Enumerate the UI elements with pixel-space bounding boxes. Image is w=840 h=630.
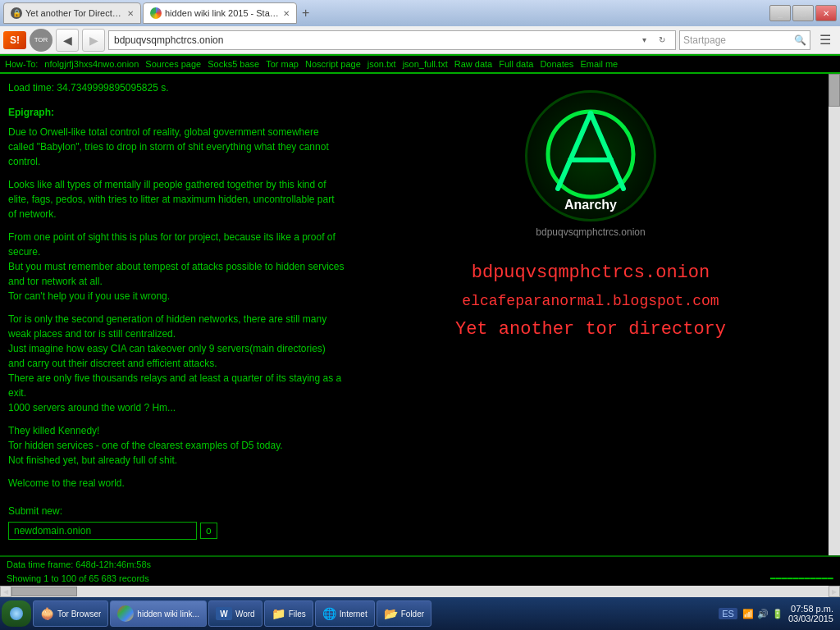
word-label: Word: [235, 609, 255, 619]
address-refresh[interactable]: ↻: [654, 32, 670, 48]
para-6: Welcome to the real world.: [8, 476, 345, 491]
startpage-icon: S!: [3, 31, 26, 49]
nav-sources[interactable]: Sources page: [145, 59, 201, 69]
site-url-small: bdpuqvsqmphctrcs.onion: [536, 226, 645, 238]
link-3[interactable]: Yet another tor directory: [455, 319, 726, 340]
nav-full-data[interactable]: Full data: [499, 59, 533, 69]
taskbar-right: ES 📶 🔊 🔋 07:58 p.m. 03/03/2015: [719, 604, 838, 623]
tab2-favicon: [150, 7, 162, 19]
taskbar-tor-app[interactable]: 🧅 Tor Browser: [33, 600, 108, 627]
maximize-button[interactable]: □: [792, 5, 814, 21]
file-icon: 📁: [272, 607, 285, 620]
left-panel: Load time: 34.7349999895095825 s. Epigra…: [0, 74, 353, 555]
tab2-title: hidden wiki link 2015 - Star...: [165, 8, 280, 18]
globe-icon: 🌐: [322, 607, 336, 620]
nav-socks5[interactable]: Socks5 base: [208, 59, 259, 69]
main-area: Load time: 34.7349999895095825 s. Epigra…: [0, 74, 840, 555]
tab1-close[interactable]: ✕: [127, 9, 134, 18]
window-frame: 🔒 Yet another Tor Directory /... ✕ hidde…: [0, 0, 840, 630]
h-scroll-right[interactable]: ▶: [829, 586, 840, 597]
nav-how-to: How-To:: [5, 59, 38, 69]
h-scroll-track[interactable]: [11, 586, 829, 597]
h-scroll-left[interactable]: ◀: [0, 586, 11, 597]
submit-input[interactable]: [8, 522, 197, 540]
tab1-title: Yet another Tor Directory /...: [25, 8, 124, 18]
pagination-buttons[interactable]: ━━━━━━━━━━━: [770, 573, 833, 584]
clock: 07:58 p.m. 03/03/2015: [788, 604, 833, 623]
nav-donates[interactable]: Donates: [540, 59, 573, 69]
address-icons: ▾ ↻: [636, 32, 670, 48]
address-bar[interactable]: bdpuqvsqmphctrcs.onion ▾ ↻: [108, 30, 676, 50]
browser-content: How-To: nfolgjrfj3hxs4nwo.onion Sources …: [0, 54, 840, 597]
search-placeholder: Startpage: [683, 34, 794, 46]
window-controls: _ □ ✕: [769, 5, 837, 21]
back-button[interactable]: ◀: [56, 29, 79, 52]
nav-json-full[interactable]: json_full.txt: [403, 59, 448, 69]
link-2[interactable]: elcafeparanormal.blogspot.com: [462, 293, 719, 309]
taskbar-folder-app[interactable]: 📂 Folder: [377, 600, 431, 627]
tab2-close[interactable]: ✕: [283, 9, 290, 18]
nav-noscript[interactable]: Noscript page: [305, 59, 361, 69]
h-scroll-thumb[interactable]: [11, 587, 77, 596]
anarchy-label-text: Anarchy: [564, 198, 617, 212]
taskbar-file-app[interactable]: 📁 Files: [264, 600, 313, 627]
submit-section: Submit new: o: [8, 504, 345, 540]
address-arrow-down[interactable]: ▾: [636, 32, 652, 48]
scroll-thumb[interactable]: [829, 74, 840, 107]
submit-row: o: [8, 522, 345, 540]
load-time: Load time: 34.7349999895095825 s.: [8, 80, 345, 95]
browser-logo: TOR: [30, 29, 52, 52]
start-button[interactable]: [2, 600, 31, 627]
minimize-button[interactable]: _: [769, 5, 791, 21]
h-scrollbar[interactable]: ◀ ▶: [0, 586, 840, 597]
title-bar: 🔒 Yet another Tor Directory /... ✕ hidde…: [0, 0, 840, 26]
nav-raw-data[interactable]: Raw data: [454, 59, 492, 69]
folder-label: Folder: [401, 609, 424, 619]
para-3: From one point of sight this is plus for…: [8, 230, 345, 304]
globe-label: Internet: [340, 609, 368, 619]
taskbar-globe-app[interactable]: 🌐 Internet: [315, 600, 375, 627]
close-button[interactable]: ✕: [815, 5, 837, 21]
epigraph-title: Epigraph:: [8, 105, 345, 120]
tor-app-label: Tor Browser: [57, 609, 101, 619]
search-bar[interactable]: Startpage 🔍: [679, 30, 810, 50]
tab-1[interactable]: 🔒 Yet another Tor Directory /... ✕: [3, 2, 141, 24]
search-button[interactable]: 🔍: [794, 34, 806, 46]
showing-bar: Showing 1 to 100 of 65 683 records ━━━━━…: [0, 572, 840, 586]
clock-date: 03/03/2015: [788, 614, 833, 623]
right-panel: Anarchy bdpuqvsqmphctrcs.onion bdpuqvsqm…: [353, 74, 829, 555]
firefox-label: hidden wiki link...: [137, 609, 199, 619]
link-1[interactable]: bdpuqvsqmphctrcs.onion: [472, 262, 710, 283]
taskbar-apps: 🧅 Tor Browser hidden wiki link... W Word…: [33, 600, 717, 627]
battery-icon: 🔋: [772, 609, 783, 619]
submit-button[interactable]: o: [200, 523, 217, 539]
folder-icon: 📂: [384, 607, 398, 620]
para-1: Due to Orwell-like total control of real…: [8, 125, 345, 169]
taskbar-word-app[interactable]: W Word: [208, 600, 262, 627]
tab1-favicon: 🔒: [11, 7, 22, 19]
nav-onion-link[interactable]: nfolgjrfj3hxs4nwo.onion: [44, 59, 139, 69]
nav-tor-map[interactable]: Tor map: [266, 59, 299, 69]
anarchy-svg: [541, 107, 640, 205]
tab-2[interactable]: hidden wiki link 2015 - Star... ✕: [143, 2, 297, 24]
submit-label: Submit new:: [8, 504, 345, 518]
nav-email[interactable]: Email me: [580, 59, 618, 69]
nav-links-bar: How-To: nfolgjrfj3hxs4nwo.onion Sources …: [0, 54, 840, 74]
address-text: bdpuqvsqmphctrcs.onion: [114, 34, 636, 46]
new-tab-button[interactable]: +: [299, 6, 313, 21]
forward-button[interactable]: ▶: [82, 29, 105, 52]
showing-text: Showing 1 to 100 of 65 683 records: [7, 573, 149, 583]
tor-app-icon: 🧅: [40, 607, 54, 620]
scrollbar[interactable]: [829, 74, 840, 555]
menu-button[interactable]: ☰: [814, 29, 837, 52]
status-bar: Data time frame: 648d-12h:46m:58s: [0, 555, 840, 572]
network-icon: 📶: [742, 609, 754, 619]
start-orb: [10, 607, 23, 620]
nav-json-txt[interactable]: json.txt: [368, 59, 396, 69]
status-text: Data time frame: 648d-12h:46m:58s: [7, 559, 151, 569]
sys-icons: 📶 🔊 🔋: [742, 609, 783, 619]
clock-time: 07:58 p.m.: [788, 604, 833, 614]
taskbar-firefox-app[interactable]: hidden wiki link...: [110, 600, 207, 627]
language-badge: ES: [719, 608, 737, 619]
nav-bar: S! TOR ◀ ▶ bdpuqvsqmphctrcs.onion ▾ ↻ St…: [0, 26, 840, 54]
